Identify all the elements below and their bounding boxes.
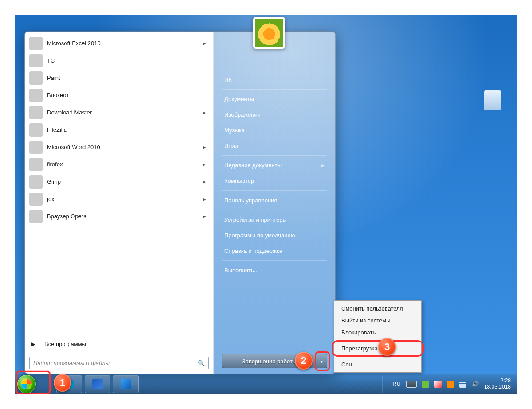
- search-area: Найти программы и файлы 🔍: [25, 352, 213, 374]
- callout-badge-3: 3: [378, 338, 396, 356]
- system-link-label: Изображения: [224, 111, 261, 118]
- taskbar-item-word[interactable]: [85, 375, 110, 393]
- start-menu-right-pane: ПКДокументыИзображенияМузыкаИгрыНедавние…: [214, 32, 335, 374]
- system-link-label: Программы по умолчанию: [224, 232, 295, 239]
- app-icon: [29, 106, 43, 119]
- network-icon[interactable]: [459, 381, 466, 388]
- menu-item-label: Перезагрузка: [341, 345, 377, 352]
- word-icon: [92, 379, 103, 389]
- start-button[interactable]: [17, 375, 36, 393]
- submenu-arrow-icon: ▸: [203, 144, 206, 150]
- submenu-arrow-icon: ▸: [203, 196, 206, 202]
- program-item[interactable]: Microsoft Word 2010▸: [26, 138, 212, 156]
- program-label: Download Master: [47, 109, 92, 116]
- tray-icon[interactable]: [422, 381, 429, 388]
- search-icon: 🔍: [198, 360, 205, 366]
- system-link-label: Музыка: [224, 127, 245, 134]
- program-item[interactable]: firefox▸: [26, 156, 212, 173]
- tray-security-icon[interactable]: [434, 381, 442, 388]
- chevron-right-icon: ▸: [321, 358, 324, 365]
- search-input[interactable]: Найти программы и файлы 🔍: [29, 357, 209, 369]
- submenu-arrow-icon: ▸: [203, 40, 206, 47]
- system-link[interactable]: Игры: [222, 138, 327, 153]
- app-icon: [29, 54, 43, 67]
- menu-item-log-off[interactable]: Выйти из системы: [335, 315, 420, 326]
- program-label: Блокнот: [47, 92, 69, 98]
- app-icon: [29, 89, 43, 102]
- program-item[interactable]: FileZilla: [26, 121, 212, 138]
- clock[interactable]: 2:28 18.03.2018: [484, 378, 511, 390]
- power-options-submenu: Сменить пользователя Выйти из системы Бл…: [334, 300, 422, 373]
- program-item[interactable]: TC: [26, 52, 212, 69]
- system-link-label: Недавние документы: [224, 162, 282, 169]
- program-item[interactable]: Paint: [26, 69, 212, 87]
- menu-item-lock[interactable]: Блокировать: [335, 326, 420, 338]
- program-item[interactable]: Download Master▸: [26, 104, 212, 121]
- menu-item-label: Выйти из системы: [341, 317, 391, 324]
- app-icon: [29, 175, 43, 189]
- program-label: Microsoft Word 2010: [47, 144, 100, 150]
- menu-item-label: Сон: [341, 361, 352, 368]
- all-programs-button[interactable]: ▶ Все программы: [25, 335, 213, 352]
- system-link[interactable]: Недавние документы▸: [222, 157, 327, 173]
- program-item[interactable]: Microsoft Excel 2010▸: [26, 35, 212, 52]
- recent-programs-list: Microsoft Excel 2010▸TCPaintБлокнотDownl…: [25, 32, 213, 335]
- menu-item-restart[interactable]: Перезагрузка: [335, 342, 420, 354]
- menu-item-label: Сменить пользователя: [341, 305, 403, 312]
- user-avatar[interactable]: [253, 17, 285, 49]
- control-panel-icon: [121, 379, 131, 389]
- taskbar: RU 🔊 2:28 18.03.2018: [15, 374, 517, 394]
- callout-badge-1: 1: [54, 374, 71, 392]
- program-label: Gimp: [47, 178, 61, 185]
- system-tray: RU 🔊 2:28 18.03.2018: [380, 376, 517, 393]
- system-links-list: ПКДокументыИзображенияМузыкаИгрыНедавние…: [222, 72, 327, 278]
- program-item[interactable]: Браузер Opera▸: [26, 208, 212, 225]
- system-link[interactable]: Выполнить...: [222, 263, 327, 278]
- keyboard-icon[interactable]: [406, 381, 417, 388]
- start-menu: Microsoft Excel 2010▸TCPaintБлокнотDownl…: [24, 31, 336, 374]
- taskbar-item-control-panel[interactable]: [113, 375, 139, 393]
- app-icon: [29, 193, 43, 206]
- system-link[interactable]: ПК: [222, 72, 327, 87]
- shutdown-options-arrow[interactable]: ▸: [317, 354, 327, 368]
- system-link[interactable]: Программы по умолчанию: [222, 228, 327, 243]
- system-link[interactable]: Устройства и принтеры: [222, 212, 327, 228]
- program-item[interactable]: Gimp▸: [26, 173, 212, 190]
- tray-app-icon[interactable]: [447, 381, 454, 388]
- program-item[interactable]: joxi▸: [26, 190, 212, 208]
- system-link-label: Панель управления: [224, 197, 277, 204]
- menu-item-sleep[interactable]: Сон: [335, 358, 420, 370]
- volume-icon[interactable]: 🔊: [472, 381, 479, 387]
- divider: [222, 260, 327, 261]
- all-programs-label: Все программы: [44, 341, 86, 347]
- program-label: Paint: [47, 75, 60, 81]
- system-link[interactable]: Документы: [222, 91, 327, 107]
- system-link-label: Компьютер: [224, 177, 254, 184]
- app-icon: [29, 210, 43, 223]
- menu-divider: [338, 356, 418, 357]
- divider: [222, 210, 327, 210]
- app-icon: [29, 71, 43, 85]
- clock-date: 18.03.2018: [484, 384, 511, 390]
- system-link[interactable]: Панель управления: [222, 193, 327, 208]
- clock-time: 2:28: [484, 378, 511, 384]
- app-icon: [29, 158, 43, 171]
- menu-item-switch-user[interactable]: Сменить пользователя: [335, 303, 420, 315]
- submenu-arrow-icon: ▸: [203, 178, 206, 185]
- language-indicator[interactable]: RU: [392, 381, 401, 387]
- avatar-image: [255, 19, 283, 47]
- menu-item-label: Блокировать: [341, 329, 376, 336]
- recycle-bin-icon: [484, 90, 501, 110]
- recycle-bin[interactable]: [481, 90, 504, 117]
- tray-separator: [382, 376, 385, 393]
- system-link-label: ПК: [224, 76, 232, 83]
- system-link[interactable]: Справка и поддержка: [222, 243, 327, 259]
- desktop: Microsoft Excel 2010▸TCPaintБлокнотDownl…: [15, 15, 517, 394]
- system-link[interactable]: Музыка: [222, 122, 327, 138]
- system-link[interactable]: Компьютер: [222, 173, 327, 189]
- system-link[interactable]: Изображения: [222, 107, 327, 122]
- program-item[interactable]: Блокнот: [26, 87, 212, 104]
- shutdown-label: Завершение работы: [242, 358, 297, 365]
- all-programs-arrow-icon: ▶: [31, 341, 35, 347]
- menu-divider: [338, 340, 418, 341]
